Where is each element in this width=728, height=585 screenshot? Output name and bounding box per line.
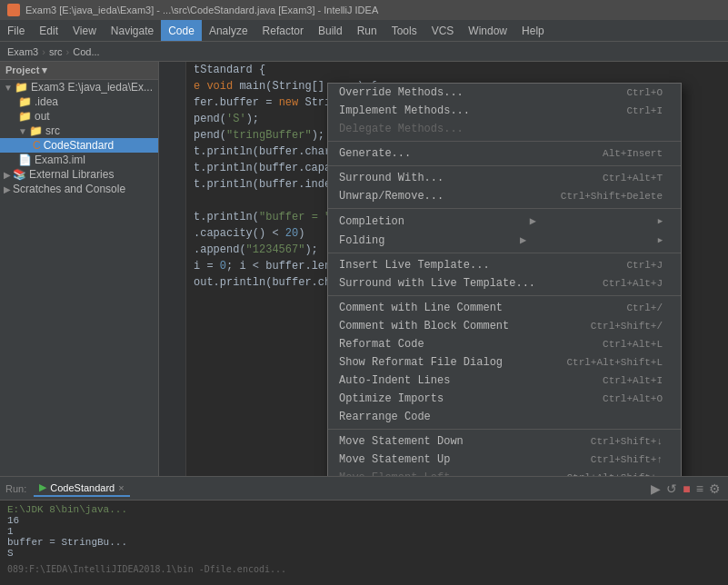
- menu-insert-live[interactable]: Insert Live Template... Ctrl+J: [328, 256, 681, 274]
- submenu-arrow: ▶: [520, 233, 526, 247]
- menu-surround-live-shortcut: Ctrl+Alt+J: [603, 278, 663, 289]
- menu-comment-block[interactable]: Comment with Block Comment Ctrl+Shift+/: [328, 317, 681, 335]
- menu-comment-line[interactable]: Comment with Line Comment Ctrl+/: [328, 299, 681, 317]
- menu-run[interactable]: Run: [350, 20, 384, 41]
- tree-codestandard[interactable]: C CodeStandard: [0, 138, 158, 153]
- menu-tools[interactable]: Tools: [384, 20, 424, 41]
- menu-show-reformat[interactable]: Show Reformat File Dialog Ctrl+Alt+Shift…: [328, 353, 681, 372]
- menu-comment-line-shortcut: Ctrl+/: [626, 302, 663, 313]
- run-output-line: S: [7, 548, 721, 559]
- menu-auto-indent-label: Auto-Indent Lines: [339, 374, 450, 387]
- menu-comment-block-label: Comment with Block Comment: [339, 320, 509, 332]
- run-settings-button[interactable]: ⚙: [707, 480, 723, 498]
- breadcrumb-file[interactable]: Cod...: [73, 46, 99, 57]
- tree-idea[interactable]: 📁 .idea: [0, 94, 158, 109]
- tree-scratches[interactable]: ▶ Scratches and Console: [0, 182, 158, 196]
- separator: [328, 165, 681, 166]
- menu-surround[interactable]: Surround With... Ctrl+Alt+T: [328, 169, 681, 187]
- menu-window[interactable]: Window: [461, 20, 514, 41]
- breadcrumb-sep1: ›: [42, 46, 45, 57]
- menu-delegate: Delegate Methods...: [328, 120, 681, 138]
- folder-icon: 📚: [13, 168, 26, 181]
- menu-comment-line-label: Comment with Line Comment: [339, 302, 503, 314]
- tree-ext-libs[interactable]: ▶ 📚 External Libraries: [0, 167, 158, 182]
- status-path: 089:F:\IEDA\IntelliJIDEA2018.1\bin -Dfil…: [0, 562, 728, 576]
- tree-out[interactable]: 📁 out: [0, 109, 158, 124]
- menu-folding[interactable]: Folding ▶: [328, 231, 681, 250]
- menu-unwrap-label: Unwrap/Remove...: [339, 190, 444, 203]
- run-output-line: E:\JDK 8\bin\java...: [7, 504, 721, 515]
- menu-completion[interactable]: Completion ▶: [328, 212, 681, 231]
- menu-surround-shortcut: Ctrl+Alt+T: [603, 173, 663, 183]
- run-scroll-button[interactable]: ≡: [694, 480, 705, 498]
- menu-view[interactable]: View: [65, 20, 104, 41]
- close-run-tab[interactable]: ×: [118, 482, 124, 493]
- menu-completion-label: Completion: [339, 215, 404, 228]
- menu-delegate-label: Delegate Methods...: [339, 123, 464, 135]
- menu-optimize[interactable]: Optimize Imports Ctrl+Alt+O: [328, 390, 681, 408]
- tree-src[interactable]: ▼ 📁 src: [0, 124, 158, 138]
- run-icon: ▶: [39, 481, 46, 493]
- menu-show-reformat-label: Show Reformat File Dialog: [339, 356, 503, 369]
- menu-move-down-shortcut: Ctrl+Shift+↓: [591, 436, 663, 447]
- app-window: Exam3 [E:\java_ieda\Exam3] - ...\src\Cod…: [0, 0, 728, 585]
- tree-label-src: src: [45, 124, 60, 137]
- menu-surround-label: Surround With...: [339, 172, 444, 184]
- tree-label-exam3iml: Exam3.iml: [35, 154, 85, 166]
- menu-auto-indent[interactable]: Auto-Indent Lines Ctrl+Alt+I: [328, 372, 681, 390]
- menu-surround-live-label: Surround with Live Template...: [339, 277, 535, 290]
- menu-move-up[interactable]: Move Statement Up Ctrl+Shift+↑: [328, 451, 681, 469]
- menu-optimize-shortcut: Ctrl+Alt+O: [603, 393, 663, 404]
- menu-build[interactable]: Build: [311, 20, 350, 41]
- menu-refactor[interactable]: Refactor: [255, 20, 311, 41]
- run-header: Run: ▶ CodeStandard × ▶ ↺ ■ ≡ ⚙: [0, 477, 728, 501]
- expand-arrow: ▶: [4, 170, 11, 180]
- menu-generate[interactable]: Generate... Alt+Insert: [328, 144, 681, 163]
- menu-insert-live-shortcut: Ctrl+J: [626, 260, 663, 271]
- menu-analyze[interactable]: Analyze: [202, 20, 255, 41]
- run-output-line: 16: [7, 515, 721, 526]
- menu-move-down-label: Move Statement Down: [339, 435, 464, 448]
- expand-arrow: ▼: [4, 83, 13, 93]
- breadcrumb-src[interactable]: src: [49, 46, 63, 57]
- menu-surround-live[interactable]: Surround with Live Template... Ctrl+Alt+…: [328, 274, 681, 292]
- menu-override[interactable]: Override Methods... Ctrl+O: [328, 84, 681, 102]
- expand-arrow: ▶: [4, 184, 11, 194]
- menu-move-down[interactable]: Move Statement Down Ctrl+Shift+↓: [328, 432, 681, 451]
- menu-unwrap[interactable]: Unwrap/Remove... Ctrl+Shift+Delete: [328, 187, 681, 205]
- run-stop-button[interactable]: ■: [681, 480, 692, 498]
- menu-rearrange[interactable]: Rearrange Code: [328, 408, 681, 426]
- menu-vcs[interactable]: VCS: [424, 20, 462, 41]
- menu-insert-live-label: Insert Live Template...: [339, 259, 490, 272]
- menu-navigate[interactable]: Navigate: [104, 20, 161, 41]
- menu-reformat-label: Reformat Code: [339, 338, 424, 351]
- breadcrumb-exam3[interactable]: Exam3: [7, 46, 38, 57]
- tree-label-exam3: Exam3 E:\java_ieda\Ex...: [31, 81, 153, 94]
- menu-unwrap-shortcut: Ctrl+Shift+Delete: [561, 191, 663, 202]
- folder-icon: 📁: [29, 124, 43, 137]
- breadcrumb-sep2: ›: [66, 46, 70, 57]
- run-output-line: 1: [7, 526, 721, 537]
- breadcrumb: Exam3 › src › Cod...: [0, 42, 728, 62]
- sidebar-header: Project ▾: [0, 62, 158, 80]
- menu-optimize-label: Optimize Imports: [339, 392, 444, 405]
- menu-implement[interactable]: Implement Methods... Ctrl+I: [328, 102, 681, 120]
- run-tab-codestandard[interactable]: ▶ CodeStandard ×: [34, 480, 129, 497]
- title-bar: Exam3 [E:\java_ieda\Exam3] - ...\src\Cod…: [0, 0, 728, 20]
- menu-move-up-label: Move Statement Up: [339, 453, 450, 466]
- sidebar: Project ▾ ▼ 📁 Exam3 E:\java_ieda\Ex... 📁…: [0, 62, 159, 476]
- tree-exam3-root[interactable]: ▼ 📁 Exam3 E:\java_ieda\Ex...: [0, 80, 158, 94]
- menu-edit[interactable]: Edit: [32, 20, 65, 41]
- expand-arrow: ▼: [18, 126, 27, 136]
- menu-reformat[interactable]: Reformat Code Ctrl+Alt+L: [328, 335, 681, 353]
- tree-label-out: out: [35, 110, 50, 123]
- menu-code[interactable]: Code: [161, 20, 202, 41]
- menu-auto-indent-shortcut: Ctrl+Alt+I: [603, 375, 663, 386]
- run-play-button[interactable]: ▶: [649, 480, 663, 498]
- tree-exam3iml[interactable]: 📄 Exam3.iml: [0, 153, 158, 167]
- menu-help[interactable]: Help: [514, 20, 552, 41]
- editor-area: Project ▾ ▼ 📁 Exam3 E:\java_ieda\Ex... 📁…: [0, 62, 728, 476]
- menu-file[interactable]: File: [0, 20, 32, 41]
- tree-label-idea: .idea: [35, 95, 58, 108]
- run-rerun-button[interactable]: ↺: [664, 480, 679, 498]
